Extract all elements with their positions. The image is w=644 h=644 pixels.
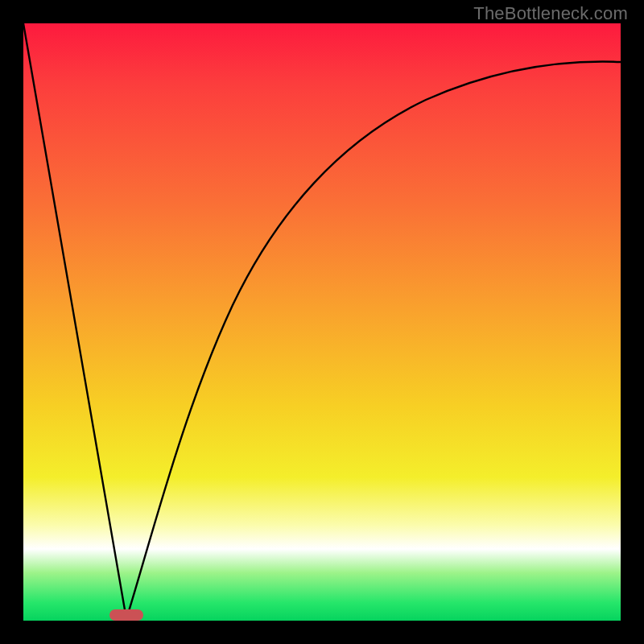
min-marker bbox=[109, 609, 143, 621]
watermark-text: TheBottleneck.com bbox=[473, 3, 628, 24]
plot-area bbox=[23, 23, 621, 621]
chart-frame: TheBottleneck.com bbox=[0, 0, 644, 644]
curve-path bbox=[23, 23, 621, 619]
bottleneck-curve bbox=[23, 23, 621, 621]
